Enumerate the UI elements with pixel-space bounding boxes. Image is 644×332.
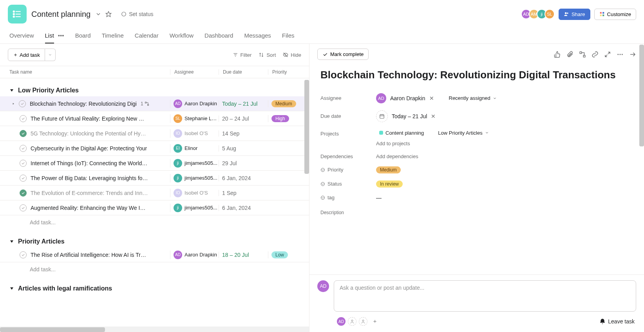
section-header[interactable]: Articles with legal ramifications	[0, 283, 309, 294]
add-task-dropdown[interactable]	[45, 49, 56, 61]
like-icon[interactable]	[554, 51, 561, 58]
task-row[interactable]: The Evolution of E-commerce: Trends and …	[0, 186, 309, 200]
tag-value[interactable]: —	[376, 195, 382, 201]
filter-button[interactable]: Filter	[233, 52, 252, 58]
svg-rect-19	[145, 102, 146, 103]
complete-checkbox[interactable]	[20, 130, 27, 137]
member-avatar[interactable]: SL	[545, 9, 555, 19]
close-panel-icon[interactable]	[629, 51, 636, 58]
due-date[interactable]: 6 Jan, 2024	[219, 175, 268, 181]
section-dropdown[interactable]: Low Priority Articles	[435, 129, 492, 137]
vertical-scrollbar[interactable]	[304, 79, 309, 327]
task-row[interactable]: Internet of Things (IoT): Connecting the…	[0, 156, 309, 171]
status-icon[interactable]: Set status	[121, 11, 153, 17]
svg-rect-24	[583, 55, 585, 57]
due-date[interactable]: 20 – 24 Jul	[219, 115, 268, 122]
complete-checkbox[interactable]	[20, 160, 27, 167]
assignee-name[interactable]: Aaron Drapkin	[390, 95, 425, 101]
add-dependencies-link[interactable]: Add dependencies	[376, 153, 418, 159]
priority-pill[interactable]: Medium	[376, 166, 401, 173]
task-title[interactable]: Blockchain Technology: Revolutionizing D…	[320, 69, 633, 82]
task-row[interactable]: Augmented Reality: Enhancing the Way We …	[0, 200, 309, 215]
due-date[interactable]: 18 – 20 Jul	[219, 252, 268, 258]
add-to-projects-link[interactable]: Add to projects	[376, 141, 410, 146]
add-icon[interactable]: ＋	[372, 318, 378, 325]
expand-icon[interactable]	[604, 51, 611, 58]
collaborator-avatar[interactable]: AD	[337, 317, 346, 326]
tab-timeline[interactable]: Timeline	[102, 28, 124, 43]
project-title[interactable]: Content planning	[31, 10, 90, 19]
remove-assignee-icon[interactable]: ✕	[429, 95, 434, 101]
section-header[interactable]: Low Priority Articles	[0, 85, 309, 96]
chevron-down-icon[interactable]	[95, 11, 101, 17]
due-date[interactable]: 5 Aug	[219, 145, 268, 152]
clear-due-icon[interactable]: ✕	[431, 113, 436, 119]
add-collaborator-icon[interactable]	[359, 317, 367, 326]
tab-files[interactable]: Files	[282, 28, 295, 43]
mark-complete-button[interactable]: Mark complete	[317, 49, 369, 60]
add-collaborator-icon[interactable]	[348, 317, 356, 326]
complete-checkbox[interactable]	[20, 204, 27, 211]
tab-overview[interactable]: Overview	[9, 28, 34, 43]
tag-label: tag	[320, 195, 376, 200]
assignee-name: jimjames505...	[185, 175, 217, 181]
add-task-inline[interactable]: Add task...	[0, 262, 309, 276]
tab-calendar[interactable]: Calendar	[135, 28, 159, 43]
complete-checkbox[interactable]	[20, 189, 27, 197]
attachment-icon[interactable]	[566, 51, 573, 58]
due-date[interactable]: 14 Sep	[219, 130, 268, 137]
star-icon[interactable]	[105, 11, 112, 17]
tab-workflow[interactable]: Workflow	[170, 28, 194, 43]
calendar-icon[interactable]	[376, 110, 388, 122]
section-header[interactable]: Priority Articles	[0, 236, 309, 247]
recently-assigned-dropdown[interactable]: Recently assigned	[446, 94, 500, 102]
link-icon[interactable]	[592, 51, 599, 58]
status-pill[interactable]: In review	[376, 180, 403, 188]
due-date[interactable]: 29 Jul	[219, 160, 268, 166]
assignee-name: jimjames505...	[185, 160, 217, 166]
task-name: The Evolution of E-commerce: Trends and …	[31, 190, 148, 196]
priority-pill[interactable]: Medium	[271, 100, 296, 107]
task-row[interactable]: The Future of Virtual Reality: Exploring…	[0, 111, 309, 126]
task-name: The Power of Big Data: Leveraging Insigh…	[31, 175, 148, 181]
hide-button[interactable]: Hide	[283, 52, 301, 58]
due-date[interactable]: 1 Sep	[219, 190, 268, 196]
task-row[interactable]: 5G Technology: Unlocking the Potential o…	[0, 126, 309, 141]
tab-more-icon[interactable]: •••	[58, 28, 64, 43]
vertical-scrollbar[interactable]	[639, 44, 644, 332]
complete-checkbox[interactable]	[20, 115, 27, 122]
task-row[interactable]: The Rise of Artificial Intelligence: How…	[0, 247, 309, 262]
complete-checkbox[interactable]	[20, 175, 27, 182]
tab-board[interactable]: Board	[75, 28, 91, 43]
priority-pill[interactable]: Low	[271, 251, 288, 258]
more-icon[interactable]	[617, 51, 624, 58]
due-date-value[interactable]: Today – 21 Jul	[392, 113, 427, 119]
task-row[interactable]: Cybersecurity in the Digital Age: Protec…	[0, 141, 309, 156]
comment-input[interactable]: Ask a question or post an update...	[334, 280, 636, 312]
customize-button[interactable]: Customize	[594, 9, 636, 20]
task-row[interactable]: The Power of Big Data: Leveraging Insigh…	[0, 171, 309, 186]
member-avatars[interactable]: ADAMjiSL	[523, 9, 555, 19]
svg-marker-17	[10, 89, 13, 92]
add-task-button[interactable]: ＋Add task	[8, 49, 56, 61]
leave-task-button[interactable]: Leave task	[599, 318, 635, 325]
horizontal-scrollbar[interactable]	[0, 327, 309, 332]
svg-rect-20	[147, 104, 148, 105]
add-task-inline[interactable]: Add task...	[0, 215, 309, 229]
view-tabs: OverviewList•••BoardTimelineCalendarWork…	[0, 28, 644, 44]
tab-list[interactable]: List	[45, 28, 54, 43]
share-button[interactable]: Share	[559, 9, 590, 20]
complete-checkbox[interactable]	[20, 145, 27, 152]
tab-messages[interactable]: Messages	[244, 28, 271, 43]
priority-pill[interactable]: High	[271, 115, 289, 122]
complete-checkbox[interactable]	[19, 100, 26, 107]
tab-dashboard[interactable]: Dashboard	[204, 28, 233, 43]
project-chip[interactable]: Content planning	[376, 129, 427, 137]
sort-button[interactable]: Sort	[259, 52, 276, 58]
due-date[interactable]: 6 Jan, 2024	[219, 205, 268, 211]
task-name: Blockchain Technology: Revolutionizing D…	[30, 101, 137, 107]
subtask-icon[interactable]	[579, 51, 586, 58]
task-row[interactable]: Blockchain Technology: Revolutionizing D…	[0, 96, 309, 111]
due-date[interactable]: Today – 21 Jul	[219, 101, 268, 107]
complete-checkbox[interactable]	[20, 251, 27, 258]
